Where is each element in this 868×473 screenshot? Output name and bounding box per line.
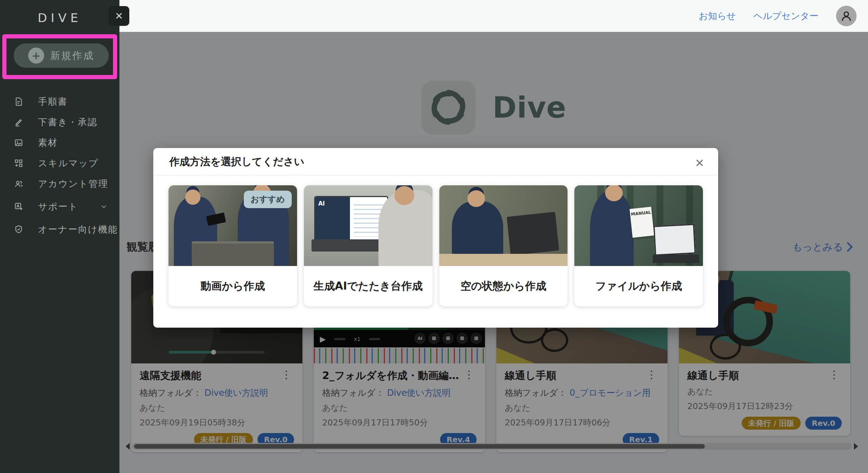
pencil-icon — [14, 117, 24, 127]
new-create-label: 新規作成 — [50, 49, 94, 62]
user-icon — [840, 10, 853, 22]
ai-panel: AI — [315, 197, 350, 240]
laptop-base-shape — [653, 255, 699, 263]
sidebar-item-label: スキルマップ — [38, 157, 99, 169]
option-label: 空の状態から作成 — [439, 266, 568, 306]
option-label: 動画から作成 — [169, 266, 297, 306]
skillmap-icon — [14, 158, 24, 168]
sidebar-item-procedures[interactable]: 手順書 — [0, 91, 119, 112]
sidebar-item-support[interactable]: サポート — [0, 196, 119, 217]
dialog-title: 作成方法を選択してください — [169, 155, 304, 169]
sidebar-item-label: 手順書 — [38, 96, 68, 108]
notices-link[interactable]: お知らせ — [699, 10, 736, 22]
option-create-with-ai[interactable]: AI 生成AIでたたき台作成 — [304, 185, 432, 306]
chevron-down-icon — [100, 202, 108, 211]
desk-shape — [439, 254, 568, 266]
ai-option-photo: AI — [304, 185, 432, 266]
sidebar-brand: DIVE — [0, 11, 119, 25]
close-icon[interactable]: ✕ — [693, 155, 706, 171]
sidebar-item-label: アカウント管理 — [38, 178, 108, 190]
option-create-from-video[interactable]: おすすめ 動画から作成 — [169, 185, 297, 306]
plus-icon: + — [28, 48, 44, 64]
new-create-button[interactable]: + 新規作成 — [14, 43, 109, 68]
file-option-photo: MANUAL — [574, 185, 703, 266]
sidebar: DIVE ✕ + 新規作成 手順書 下書き・承認 — [0, 0, 119, 473]
option-create-from-file[interactable]: MANUAL ファイルから作成 — [574, 185, 703, 306]
sidebar-item-materials[interactable]: 素材 — [0, 132, 119, 153]
laptop-shape — [507, 212, 559, 256]
recommend-badge: おすすめ — [244, 191, 292, 208]
sidebar-item-skillmap[interactable]: スキルマップ — [0, 153, 119, 174]
sidebar-item-label: 素材 — [38, 137, 58, 149]
option-label: ファイルから作成 — [574, 266, 703, 306]
document-icon — [14, 97, 24, 107]
laptop-screen-shape: AI — [314, 196, 388, 242]
dialog-header: 作成方法を選択してください ✕ — [153, 148, 718, 175]
laptop-screen-shape — [653, 224, 696, 256]
laptop-keyboard-shape — [312, 239, 389, 252]
image-icon — [14, 138, 24, 148]
worker-shape — [590, 190, 634, 266]
accounts-icon — [14, 179, 24, 189]
manual-paper-shape: MANUAL — [630, 207, 654, 238]
blank-option-photo — [439, 185, 568, 266]
sidebar-item-label: 下書き・承認 — [38, 116, 98, 128]
sidebar-item-drafts[interactable]: 下書き・承認 — [0, 112, 119, 132]
shield-check-icon — [14, 225, 24, 234]
close-icon: ✕ — [115, 10, 123, 22]
close-drawer-button[interactable]: ✕ — [109, 6, 129, 26]
dialog-options: おすすめ 動画から作成 AI 生成AIでたたき台作成 — [153, 175, 718, 306]
sidebar-item-accounts[interactable]: アカウント管理 — [0, 174, 119, 194]
help-center-link[interactable]: ヘルプセンター — [754, 10, 819, 22]
worker-head-shape — [394, 186, 414, 205]
option-create-from-blank[interactable]: 空の状態から作成 — [439, 185, 568, 306]
account-avatar[interactable] — [836, 6, 857, 26]
topbar: お知らせ ヘルプセンター — [119, 0, 868, 32]
worker-head-shape — [467, 190, 485, 207]
manual-text: MANUAL — [631, 210, 651, 217]
sidebar-item-owner-features[interactable]: オーナー向け機能 — [0, 219, 119, 240]
app-root: Dive 観覧履歴 もっとみる もオブジェクト位置が — [0, 0, 868, 473]
sidebar-menu: 手順書 下書き・承認 素材 — [0, 91, 119, 240]
create-method-dialog: 作成方法を選択してください ✕ おすすめ 動画から作成 — [153, 148, 718, 328]
sidebar-item-label: オーナー向け機能 — [38, 223, 118, 236]
ai-logo-text: AI — [318, 200, 325, 207]
video-option-photo: おすすめ — [169, 185, 297, 266]
lathe-shape — [192, 241, 274, 266]
sidebar-item-label: サポート — [38, 201, 78, 213]
worker-head-shape — [185, 190, 200, 205]
support-icon — [14, 202, 24, 212]
option-label: 生成AIでたたき台作成 — [304, 266, 432, 306]
